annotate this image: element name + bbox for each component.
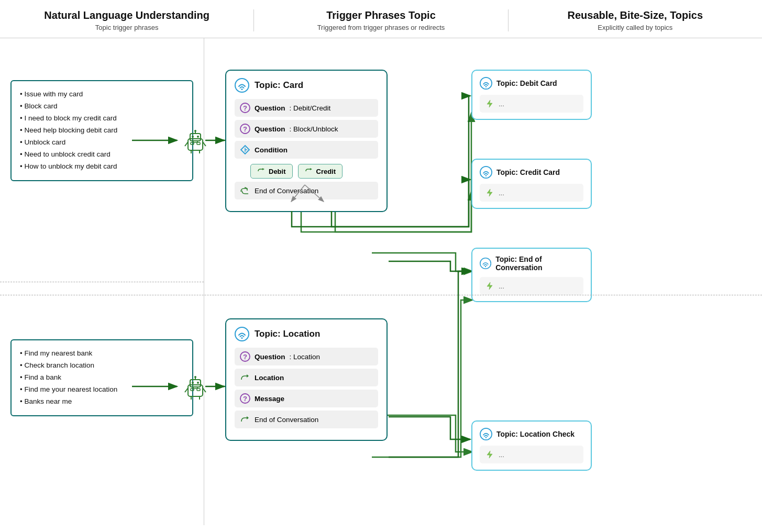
header-sub-reusable: Explicitly called by topics [519, 24, 752, 31]
svg-point-40 [235, 327, 249, 341]
end-conversation-icon [240, 185, 250, 196]
reusable-credit-header: Topic: Credit Card [480, 166, 583, 179]
topic-location-box: Topic: Location ? Question: Location Loc… [225, 318, 388, 441]
reusable-credit-content: ... [480, 184, 583, 202]
reusable-location-content: ... [480, 446, 583, 463]
header-sub-nlu: Topic trigger phrases [10, 24, 243, 31]
reusable-location-check: Topic: Location Check ... [471, 420, 592, 471]
nlu-box-card: • Issue with my card • Block card • I ne… [10, 80, 193, 181]
header-sub-trigger: Triggered from trigger phrases or redire… [264, 24, 497, 31]
question-icon-loc: ? [240, 351, 250, 362]
nlu-box-location: • Find my nearest bank • Check branch lo… [10, 339, 193, 416]
branch-credit: Credit [298, 164, 343, 179]
svg-marker-51 [487, 189, 492, 196]
header-col-nlu: Natural Language Understanding Topic tri… [0, 9, 254, 31]
step-label: Message [255, 395, 284, 403]
topic-location-icon [235, 327, 249, 341]
reusable-credit-card: Topic: Credit Card ... [471, 159, 592, 209]
step-condition: Condition [235, 141, 378, 159]
reusable-topic-icon [480, 77, 492, 90]
nlu-phrase: • Need to unblock credit card [20, 149, 184, 161]
branch-debit: Debit [250, 164, 293, 179]
svg-point-24 [197, 382, 199, 384]
svg-point-32 [235, 79, 249, 92]
svg-marker-54 [487, 282, 492, 290]
question-icon-2: ? [240, 124, 250, 134]
branch-credit-label: Credit [316, 168, 336, 175]
svg-point-50 [485, 175, 487, 176]
nlu-phrase: • Find my nearest bank [20, 348, 184, 360]
header-title-reusable: Reusable, Bite-Size, Topics [519, 9, 752, 21]
reusable-end-dots: ... [499, 282, 504, 290]
svg-rect-25 [193, 387, 197, 389]
svg-point-41 [241, 337, 243, 339]
step-detail: : Location [290, 353, 321, 361]
nlu-phrase: • I need to block my credit card [20, 113, 184, 125]
svg-point-55 [480, 428, 492, 440]
redirect-loc-icon [240, 372, 250, 383]
svg-marker-57 [487, 451, 492, 458]
lightning-icon-3 [485, 281, 494, 291]
horizontal-divider [0, 295, 762, 295]
svg-rect-27 [197, 389, 200, 391]
topic-location-title: Topic: Location [255, 329, 320, 339]
topic-location-header: Topic: Location [235, 327, 378, 341]
nlu-phrase: • Issue with my card [20, 88, 184, 101]
reusable-location-header: Topic: Location Check [480, 428, 583, 440]
svg-text:?: ? [243, 353, 247, 361]
nlu-phrase: • Find a bank [20, 372, 184, 384]
step-end-conversation-card: End of Conversation [235, 182, 378, 199]
reusable-end-content: ... [480, 277, 583, 295]
robot-icon-1 [178, 127, 212, 156]
reusable-location-dots: ... [499, 451, 504, 459]
svg-rect-14 [197, 142, 200, 145]
condition-icon [240, 145, 250, 155]
svg-rect-12 [193, 141, 197, 142]
svg-rect-7 [190, 134, 201, 141]
step-label: Question [255, 353, 285, 361]
svg-point-47 [485, 86, 487, 87]
topic-card-title: Topic: Card [255, 80, 303, 91]
end-conversation-loc-icon [240, 414, 250, 425]
reusable-topic-icon-3 [480, 257, 491, 270]
reusable-credit-title: Topic: Credit Card [496, 168, 560, 176]
header-title-trigger: Trigger Phrases Topic [264, 9, 497, 21]
reusable-debit-content: ... [480, 95, 583, 113]
svg-point-9 [194, 130, 196, 132]
step-label: Question [255, 104, 285, 112]
reusable-topic-icon-2 [480, 166, 492, 179]
svg-text:?: ? [243, 125, 247, 133]
header-title-nlu: Natural Language Understanding [10, 9, 243, 21]
reusable-debit-header: Topic: Debit Card [480, 77, 583, 90]
reusable-credit-dots: ... [499, 189, 504, 197]
topic-card-header: Topic: Card [235, 78, 378, 93]
svg-text:?: ? [243, 104, 247, 112]
svg-point-11 [197, 136, 199, 138]
lightning-icon [485, 99, 494, 108]
robot-icon-2 [178, 373, 212, 402]
reusable-end-conversation: Topic: End of Conversation ... [471, 248, 592, 302]
end-label: End of Conversation [255, 187, 318, 195]
reusable-location-title: Topic: Location Check [496, 430, 575, 438]
svg-rect-13 [191, 142, 194, 145]
step-question-block-unblock: ? Question: Block/Unblock [235, 120, 378, 138]
step-end-conversation-location: End of Conversation [235, 411, 378, 428]
question-icon: ? [240, 103, 250, 113]
lightning-icon-4 [485, 450, 494, 459]
header-row: Natural Language Understanding Topic tri… [0, 0, 762, 38]
step-question-location: ? Question: Location [235, 348, 378, 365]
svg-point-33 [241, 88, 243, 90]
step-label: Condition [255, 146, 288, 154]
branch-debit-label: Debit [269, 168, 286, 175]
redirect-icon-2 [305, 167, 313, 175]
nlu-phrase: • Unblock card [20, 137, 184, 149]
message-icon: ? [240, 393, 250, 404]
nlu-phrase: • Find me your nearest location [20, 384, 184, 396]
step-detail: : Debit/Credit [290, 104, 331, 112]
nlu-phrase: • Need help blocking debit card [20, 125, 184, 137]
svg-point-56 [485, 437, 487, 438]
reusable-debit-title: Topic: Debit Card [496, 79, 557, 87]
reusable-end-header: Topic: End of Conversation [480, 255, 583, 272]
end-label: End of Conversation [255, 416, 318, 424]
svg-point-10 [192, 136, 194, 138]
